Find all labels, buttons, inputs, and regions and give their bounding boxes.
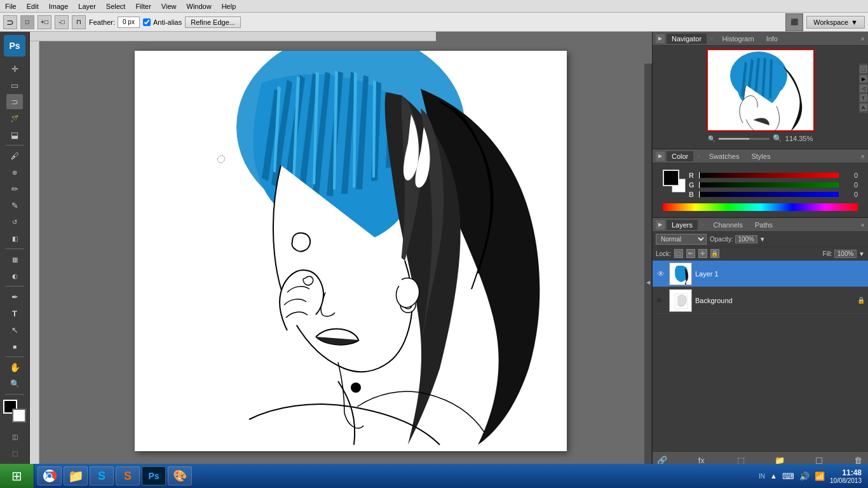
layer-visibility-bg[interactable]: 👁 bbox=[656, 297, 666, 304]
layer-visibility-layer1[interactable]: 👁 bbox=[656, 269, 666, 279]
tool-history[interactable]: ↺ bbox=[6, 214, 23, 229]
layers-list: 👁 Layer 1 👁 bbox=[653, 261, 868, 451]
tray-up-icon[interactable]: ▲ bbox=[770, 472, 777, 480]
workspace-button[interactable]: Workspace ▼ bbox=[806, 16, 865, 29]
tab-navigator[interactable]: Navigator bbox=[667, 34, 707, 44]
panel-btn-3[interactable]: ◁ bbox=[860, 85, 867, 92]
tool-gradient[interactable]: ▦ bbox=[6, 252, 23, 267]
background-lock-icon: 🔒 bbox=[857, 297, 865, 304]
g-slider[interactable] bbox=[698, 182, 839, 187]
r-slider[interactable] bbox=[698, 173, 839, 178]
tool-pen[interactable]: ✒ bbox=[6, 289, 23, 304]
tool-marquee-rect[interactable]: ▭ bbox=[6, 78, 23, 93]
tab-channels[interactable]: Channels bbox=[708, 220, 747, 230]
tool-healing[interactable]: ⊕ bbox=[6, 165, 23, 180]
menu-image[interactable]: Image bbox=[44, 1, 74, 11]
background-color[interactable] bbox=[12, 409, 26, 423]
menu-layer[interactable]: Layer bbox=[73, 1, 101, 11]
menu-window[interactable]: Window bbox=[182, 1, 217, 11]
blend-mode-select[interactable]: Normal Dissolve Multiply Screen Overlay bbox=[656, 234, 707, 245]
tool-screen-mode[interactable]: ⬚ bbox=[6, 445, 23, 461]
menu-help[interactable]: Help bbox=[217, 1, 241, 11]
menu-view[interactable]: View bbox=[156, 1, 182, 11]
tool-zoom[interactable]: 🔍 bbox=[6, 376, 23, 391]
layers-expand-icon[interactable]: ▶ bbox=[656, 220, 665, 229]
fill-input[interactable] bbox=[834, 250, 857, 258]
zoom-slider[interactable] bbox=[719, 138, 770, 140]
layers-panel-close[interactable]: × bbox=[861, 221, 865, 229]
lock-all[interactable]: 🔒 bbox=[710, 249, 719, 258]
panel-btn-4[interactable]: T bbox=[860, 94, 867, 102]
panel-expand-icon[interactable]: ▶ bbox=[656, 34, 665, 43]
tray-speaker-icon[interactable]: 🔊 bbox=[799, 471, 810, 481]
tool-mode-subtract[interactable]: -□ bbox=[55, 15, 69, 29]
panel-collapse-bar[interactable]: ◀ bbox=[644, 64, 652, 488]
layers-blend-row: Normal Dissolve Multiply Screen Overlay … bbox=[653, 232, 868, 247]
main-area: Ps ✛ ▭ ⊃ 🪄 ⬓ 🖋 ⊕ ✏ ✎ ↺ ◧ ▦ ◐ ✒ T ↖ ■ ✋ 🔍… bbox=[0, 32, 868, 469]
tool-mode-new[interactable]: □ bbox=[20, 15, 34, 29]
tab-histogram[interactable]: Histogram bbox=[717, 34, 759, 44]
feather-input[interactable] bbox=[118, 17, 140, 28]
tool-hand[interactable]: ✋ bbox=[6, 360, 23, 375]
tool-move[interactable]: ✛ bbox=[6, 61, 23, 76]
tool-quick-mask[interactable]: ◫ bbox=[6, 429, 23, 444]
opacity-arrow[interactable]: ▼ bbox=[759, 236, 766, 243]
tool-eraser[interactable]: ◧ bbox=[6, 231, 23, 246]
foreground-color-swatch[interactable] bbox=[663, 170, 679, 186]
tool-shape[interactable]: ■ bbox=[6, 339, 23, 354]
panel-btn-2[interactable]: ▶ bbox=[860, 75, 867, 83]
color-panel-close[interactable]: × bbox=[861, 152, 865, 160]
color-spectrum[interactable] bbox=[663, 203, 858, 211]
tool-type[interactable]: T bbox=[6, 306, 23, 321]
taskbar-explorer[interactable]: 📁 bbox=[64, 466, 88, 485]
navigator-preview[interactable] bbox=[707, 49, 815, 132]
tool-clone[interactable]: ✎ bbox=[6, 198, 23, 213]
fill-label: Fill: bbox=[823, 250, 833, 257]
color-expand-icon[interactable]: ▶ bbox=[656, 152, 665, 161]
tab-swatches[interactable]: Swatches bbox=[704, 151, 745, 161]
tab-color[interactable]: Color bbox=[667, 151, 693, 161]
menu-filter[interactable]: Filter bbox=[130, 1, 156, 11]
taskbar-skype[interactable]: S bbox=[90, 466, 114, 485]
lock-image[interactable]: ✏ bbox=[686, 249, 695, 258]
tool-eyedropper[interactable]: 🖋 bbox=[6, 148, 23, 163]
taskbar-paintnet[interactable]: 🎨 bbox=[168, 466, 192, 485]
b-slider[interactable] bbox=[698, 192, 839, 197]
tab-info[interactable]: Info bbox=[761, 34, 783, 44]
chrome-icon bbox=[43, 469, 57, 483]
tool-mode-intersect[interactable]: ⊓ bbox=[72, 15, 86, 29]
tab-paths[interactable]: Paths bbox=[750, 220, 778, 230]
tool-quick-select[interactable]: 🪄 bbox=[6, 111, 23, 126]
antialias-checkbox[interactable] bbox=[143, 18, 151, 26]
tool-mode-add[interactable]: +□ bbox=[37, 15, 51, 29]
start-button[interactable]: ⊞ bbox=[0, 464, 34, 488]
tab-layers[interactable]: Layers bbox=[667, 220, 698, 230]
taskbar-scratch[interactable]: S bbox=[116, 466, 140, 485]
refine-edge-button[interactable]: Refine Edge... bbox=[185, 17, 241, 28]
lock-position[interactable]: ✛ bbox=[698, 249, 707, 258]
zoom-in-icon[interactable]: 🔍 bbox=[773, 134, 782, 143]
tab-styles[interactable]: Styles bbox=[746, 151, 775, 161]
menu-edit[interactable]: Edit bbox=[22, 1, 44, 11]
taskbar-chrome[interactable] bbox=[37, 466, 62, 485]
canvas-area[interactable] bbox=[30, 32, 652, 469]
tool-lasso[interactable]: ⊃ bbox=[6, 94, 23, 109]
taskbar-photoshop[interactable]: Ps bbox=[142, 466, 166, 485]
panel-btn-1[interactable]: ⬚ bbox=[860, 65, 867, 73]
tool-dodge[interactable]: ◐ bbox=[6, 268, 23, 283]
layer-row-background[interactable]: 👁 Background 🔒 bbox=[653, 287, 868, 314]
lock-transparent[interactable]: ⬚ bbox=[674, 249, 683, 258]
panel-btn-5[interactable]: A bbox=[860, 104, 867, 111]
tray-network-icon[interactable]: 📶 bbox=[815, 471, 825, 481]
tool-path-select[interactable]: ↖ bbox=[6, 322, 23, 337]
opacity-input[interactable] bbox=[735, 235, 757, 243]
menu-file[interactable]: File bbox=[0, 1, 22, 11]
tool-brush[interactable]: ✏ bbox=[6, 181, 23, 196]
svg-point-2 bbox=[351, 383, 361, 393]
menu-select[interactable]: Select bbox=[101, 1, 131, 11]
navigator-panel-close[interactable]: × bbox=[861, 35, 865, 43]
fill-arrow[interactable]: ▼ bbox=[858, 250, 865, 257]
layer-row-layer1[interactable]: 👁 Layer 1 bbox=[653, 261, 868, 287]
tool-crop[interactable]: ⬓ bbox=[6, 127, 23, 142]
zoom-out-icon[interactable]: 🔍 bbox=[708, 135, 715, 142]
